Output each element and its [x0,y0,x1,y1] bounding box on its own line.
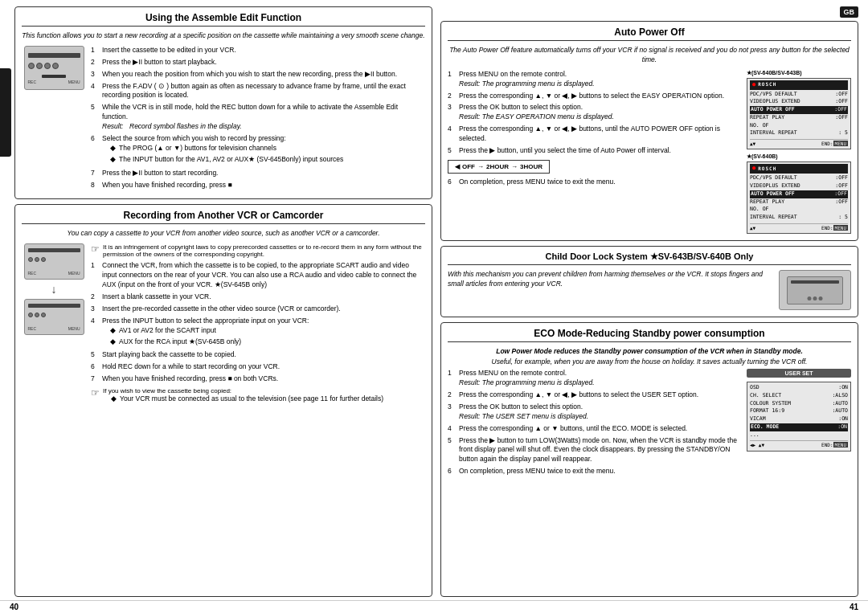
assemble-edit-title: Using the Assemble Edit Function [22,12,425,27]
eco-mode-intro: Useful, for example, when you are away f… [448,358,851,366]
eco-step-6: 6On completion, press MENU twice to exit… [448,467,742,476]
rec-step-5: 5Start playing back the cassette to be c… [91,350,425,360]
black-tab [0,68,11,157]
gb-badge: GB [840,6,859,18]
user-set-badge: USER SET [747,369,851,378]
auto-power-off-steps-cont: 6On completion, press MENU twice to exit… [448,178,742,187]
step-8: 8When you have finished recording, press… [91,181,425,190]
recording-vcr-intro: You can copy a cassette to your VCR from… [22,229,425,239]
auto-power-off-section: Auto Power Off The Auto Power Off featur… [440,21,858,241]
auto-power-off-steps: 1Press MENU on the remote control.Result… [448,70,742,156]
screen2: ★(SV-640B) ● ROSCH PDC/VPS DEFAULT:OFF V… [747,153,851,234]
auto-power-off-intro: The Auto Power Off feature automatically… [448,46,851,65]
eco-mode-section: ECO Mode-Reducing Standby power consumpt… [440,322,858,597]
page-footer: 40 41 [0,600,868,613]
apo-step-2: 2Press the corresponding ▲, ▼ or ◀, ▶ bu… [448,92,742,101]
recording-vcr-title: Recording from Another VCR or Camcorder [22,210,425,224]
eco-step-5: 5Press the ▶ button to turn LOW(3Watts) … [448,436,742,465]
vcr-images-recording: REC MENU ↓ R [22,243,86,404]
screen1-header: ★(SV-640B/SV-643B) [747,70,851,76]
step-3: 3When you reach the position from which … [91,70,425,80]
step-2: 2Press the ▶II button to start playback. [91,58,425,67]
eco-mode-steps: 1Press MENU on the remote control.Result… [448,369,742,476]
recording-vcr-steps: 1Connect the VCR, from which the cassett… [91,261,425,384]
auto-power-off-title: Auto Power Off [448,27,851,41]
arrow-diagram: ◀ OFF → 2HOUR → 3HOUR [448,160,550,174]
step-4: 4Press the F.ADV ( ⊙ ) button again as o… [91,82,425,101]
vcr-image-child-door [779,270,851,310]
apo-step-6: 6On completion, press MENU twice to exit… [448,178,742,187]
step-5: 5While the VCR is in still mode, hold th… [91,103,425,132]
auto-power-screens: ★(SV-640B/SV-643B) ● ROSCH PDC/VPS DEFAU… [747,70,851,234]
recording-vcr-section: Recording from Another VCR or Camcorder … [14,204,432,597]
child-door-intro: With this mechanism you can prevent chil… [448,270,774,305]
eco-step-3: 3Press the OK button to select this opti… [448,403,742,422]
eco-step-2: 2Press the corresponding ▲, ▼ or ◀, ▶ bu… [448,390,742,400]
rec-step-3: 3Insert the pre-recorded cassette in the… [91,304,425,314]
child-door-title: Child Door Lock System ★SV-643B/SV-640B … [448,251,851,265]
child-door-section: Child Door Lock System ★SV-643B/SV-640B … [440,246,858,317]
eco-step-1: 1Press MENU on the remote control.Result… [448,369,742,388]
apo-step-1: 1Press MENU on the remote control.Result… [448,70,742,89]
apo-step-4: 4Press the corresponding ▲, ▼ or ◀, ▶ bu… [448,125,742,144]
assemble-edit-section: Using the Assemble Edit Function This fu… [14,6,432,199]
screen1: ★(SV-640B/SV-643B) ● ROSCH PDC/VPS DEFAU… [747,70,851,150]
left-page-num: 40 [10,603,18,611]
assemble-edit-steps: 1Insert the cassette to be edited in you… [91,46,425,190]
step-1: 1Insert the cassette to be edited in you… [91,46,425,55]
rec-step-2: 2Insert a blank cassette in your VCR. [91,292,425,302]
rec-step-6: 6Hold REC down for a while to start reco… [91,362,425,372]
eco-mode-title: ECO Mode-Reducing Standby power consumpt… [448,328,851,342]
right-page-num: 41 [850,603,858,611]
step-7: 7Press the ▶II button to start recording… [91,169,425,178]
step-6: 6Select the source from which you wish t… [91,134,425,166]
eco-mode-intro-bold: Low Power Mode reduces the Standby power… [448,347,851,355]
apo-step-5: 5Press the ▶ button, until you select th… [448,146,742,156]
rec-step-4: 4Press the INPUT button to select the ap… [91,317,425,349]
screen2-header: ★(SV-640B) [747,153,851,160]
eco-step-4: 4Press the corresponding ▲ or ▼ buttons,… [448,424,742,434]
right-column: GB Auto Power Off The Auto Power Off fea… [440,6,858,597]
user-set-screen: OSD:ON CH. SELECT:ALSO COLOUR SYSTEM:AUT… [747,382,851,452]
assemble-edit-intro: This function allows you to start a new … [22,31,425,41]
apo-step-3: 3Press the OK button to select this opti… [448,103,742,122]
left-column: Using the Assemble Edit Function This fu… [14,6,432,597]
vcr-image-assemble: REC MENU [22,46,86,193]
tips-section: ☞ If you wish to view the cassette being… [91,387,425,404]
copyright-note: ☞ It is an infringement of copyright law… [91,243,425,258]
rec-step-7: 7When you have finished recording, press… [91,374,425,384]
eco-screens: USER SET OSD:ON CH. SELECT:ALSO COLOUR S… [747,369,851,479]
rec-step-1: 1Connect the VCR, from which the cassett… [91,261,425,290]
